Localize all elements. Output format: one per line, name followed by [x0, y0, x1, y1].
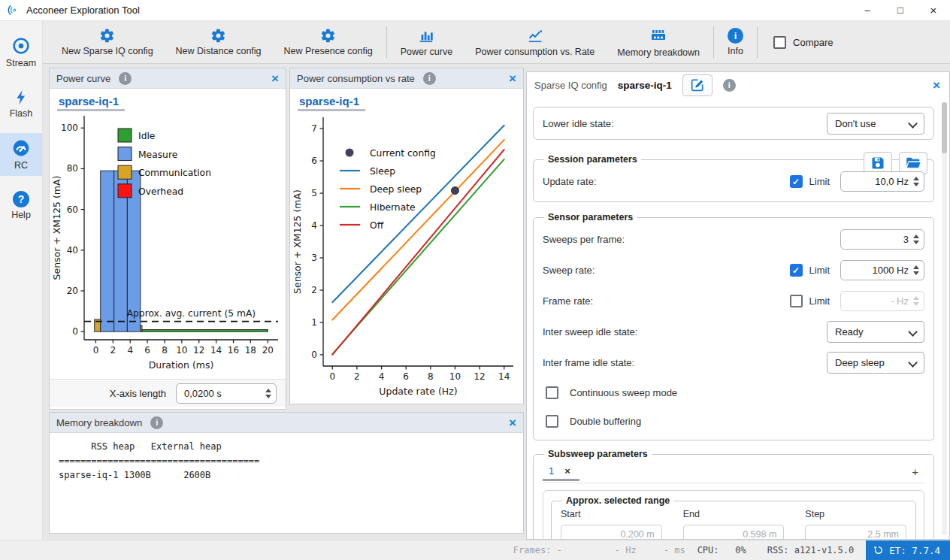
svg-text:4: 4 — [127, 345, 133, 356]
sidebar-item-label: Stream — [6, 58, 36, 68]
sweep-rate-limit-checkbox[interactable]: ✓ — [790, 264, 803, 277]
title-bar: Acconeer Exploration Tool – □ × — [0, 0, 950, 21]
new-presence-config-button[interactable]: New Presence config — [273, 21, 384, 63]
new-sparse-iq-config-button[interactable]: New Sparse IQ config — [50, 21, 165, 63]
svg-text:Current config: Current config — [370, 148, 436, 159]
compare-checkbox[interactable] — [773, 36, 786, 49]
spin-down-icon[interactable] — [265, 395, 271, 398]
minimize-button[interactable]: – — [851, 0, 884, 20]
update-rate-label: Update rate: — [543, 176, 790, 187]
edit-pencil-icon — [690, 77, 705, 92]
double-buffering-row: Double buffering — [543, 407, 924, 435]
svg-text:2: 2 — [311, 285, 317, 295]
sidebar-item-help[interactable]: ? Help — [0, 184, 42, 227]
sweeps-per-frame-spinbox[interactable]: 3 — [840, 229, 924, 250]
continuous-sweep-mode-checkbox[interactable] — [546, 386, 558, 399]
double-buffering-checkbox[interactable] — [546, 415, 558, 428]
power-consumption-vs-rate-button[interactable]: Power consumption vs. Rate — [464, 21, 606, 63]
info-icon[interactable]: i — [423, 72, 436, 85]
close-icon[interactable]: × — [271, 72, 279, 85]
svg-text:Measure: Measure — [138, 150, 177, 160]
panel-title: Power consumption vs rate — [297, 73, 415, 84]
update-rate-spinbox[interactable]: 10,0 Hz — [840, 171, 924, 192]
subsweep-tab-close-icon[interactable]: × — [564, 465, 570, 477]
sidebar-item-stream[interactable]: Stream — [0, 31, 42, 74]
update-rate-row: Update rate: ✓ Limit 10,0 Hz — [543, 166, 924, 197]
tab-bar: sparse-iq-1 — [50, 89, 286, 111]
sidebar-item-rc[interactable]: RC — [0, 133, 42, 176]
spin-up-icon[interactable] — [265, 389, 271, 392]
spin-up-icon[interactable] — [913, 265, 919, 269]
maximize-button[interactable]: □ — [884, 0, 917, 20]
svg-text:Duration (ms): Duration (ms) — [149, 359, 214, 371]
close-icon[interactable]: × — [509, 416, 516, 429]
spin-up-icon[interactable] — [913, 177, 919, 180]
inter-frame-idle-select[interactable]: Deep sleep — [827, 352, 924, 374]
config-body: Lower idle state: Don't use Session para… — [527, 98, 939, 539]
tab-sparse-iq-1[interactable]: sparse-iq-1 — [298, 93, 365, 111]
frame-rate-spinbox: - Hz — [840, 291, 924, 311]
refresh-icon — [873, 545, 884, 555]
update-rate-limit-checkbox[interactable]: ✓ — [790, 175, 803, 188]
sparse-iq-config-panel: Sparse IQ config sparse-iq-1 i × Lower i… — [526, 71, 950, 540]
subsweep-tabbar: 1 × + — [543, 461, 924, 483]
spin-up-icon[interactable] — [913, 235, 919, 238]
subsweep-tab-1[interactable]: 1 × — [543, 462, 579, 481]
power-curve-button[interactable]: Power curve — [389, 21, 464, 63]
scrollbar-thumb[interactable] — [942, 102, 947, 153]
et-version-badge[interactable]: ET: 7.7.4 — [866, 540, 950, 560]
info-icon[interactable]: i — [723, 79, 736, 92]
range-start-label: Start — [561, 509, 662, 519]
add-subsweep-button[interactable]: + — [912, 465, 918, 478]
svg-text:12: 12 — [473, 371, 485, 382]
sidebar-item-flash[interactable]: Flash — [0, 82, 42, 125]
sweep-rate-spinbox[interactable]: 1000 Hz — [840, 260, 924, 280]
spin-up-icon — [913, 296, 919, 300]
panel-header: Memory breakdown i × — [50, 413, 523, 433]
new-distance-config-button[interactable]: New Distance config — [165, 21, 273, 63]
lower-idle-state-row: Lower idle state: Don't use — [533, 107, 934, 140]
subsweep-parameters-legend: Subsweep parameters — [544, 449, 652, 459]
close-icon[interactable]: × — [509, 72, 516, 85]
spin-down-icon[interactable] — [913, 183, 919, 186]
svg-text:Approx. avg. current (5 mA): Approx. avg. current (5 mA) — [127, 308, 256, 319]
toolbar-separator — [713, 26, 714, 58]
frame-rate-limit-checkbox[interactable] — [790, 295, 803, 307]
panel-header: Power consumption vs rate i × — [290, 68, 523, 89]
window-title: Acconeer Exploration Tool — [26, 5, 140, 16]
inter-sweep-idle-row: Inter sweep idle state: Ready — [543, 316, 924, 347]
compare-toggle[interactable]: Compare — [760, 21, 846, 63]
svg-text:1: 1 — [311, 317, 317, 328]
inter-sweep-idle-select[interactable]: Ready — [827, 321, 924, 343]
lower-idle-state-select[interactable]: Don't use — [827, 113, 924, 135]
edit-name-button[interactable] — [682, 74, 712, 96]
tab-sparse-iq-1[interactable]: sparse-iq-1 — [57, 93, 125, 111]
scrollbar[interactable] — [942, 102, 947, 535]
sensor-parameters-legend: Sensor parameters — [544, 212, 637, 222]
panel-title: Power curve — [56, 73, 110, 84]
toolbar: New Sparse IQ config New Distance config… — [43, 21, 950, 64]
button-label: Info — [728, 46, 743, 56]
spin-down-icon[interactable] — [913, 271, 919, 275]
memory-breakdown-button[interactable]: Memory breakdown — [606, 21, 711, 63]
spin-down-icon — [913, 302, 919, 306]
info-icon[interactable]: i — [119, 72, 132, 85]
close-button[interactable]: × — [917, 0, 950, 20]
button-label: Memory breakdown — [617, 47, 700, 58]
close-icon[interactable]: × — [933, 79, 940, 92]
svg-text:0: 0 — [329, 371, 335, 382]
range-end-field: 0.598 m — [683, 525, 785, 539]
rate-status: - Hz — [615, 545, 637, 555]
svg-text:Overhead: Overhead — [138, 186, 183, 197]
gear-icon — [210, 28, 226, 44]
svg-text:2: 2 — [354, 371, 360, 382]
svg-text:Communication: Communication — [138, 168, 211, 178]
x-axis-length-spinbox[interactable]: 0,0200 s — [176, 383, 277, 404]
info-icon[interactable]: i — [150, 416, 163, 429]
svg-text:60: 60 — [67, 204, 78, 215]
info-button[interactable]: i Info — [716, 21, 755, 63]
panel-title: Memory breakdown — [56, 417, 142, 428]
svg-text:0: 0 — [311, 350, 317, 360]
cpu-status: CPU: 0% — [697, 545, 746, 555]
spin-down-icon[interactable] — [913, 241, 919, 244]
